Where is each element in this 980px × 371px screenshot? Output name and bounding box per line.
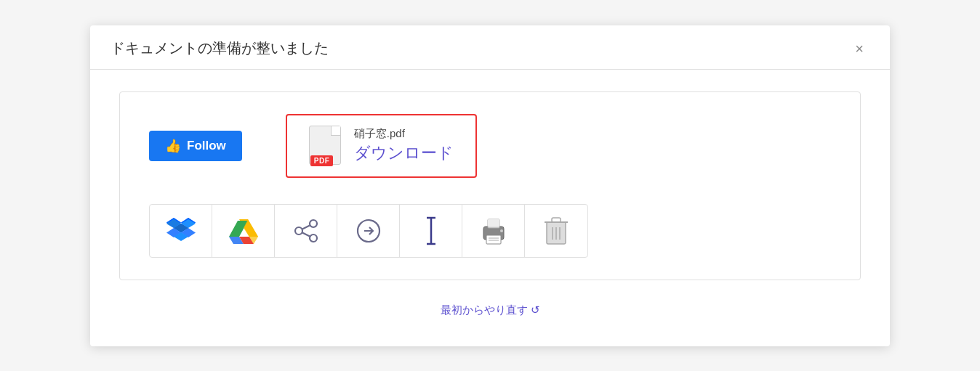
- svg-point-14: [310, 235, 317, 242]
- trash-icon: [542, 215, 570, 247]
- svg-point-12: [310, 220, 317, 227]
- dialog-title: ドキュメントの準備が整いました: [111, 38, 329, 58]
- reset-link[interactable]: 最初からやり直す ↺: [441, 303, 540, 317]
- dialog-header: ドキュメントの準備が整いました ×: [90, 25, 890, 70]
- open-link-button[interactable]: [337, 205, 400, 257]
- reset-arrow-icon: ↺: [531, 303, 540, 317]
- svg-point-13: [295, 227, 302, 235]
- printer-icon: [478, 216, 510, 245]
- svg-rect-23: [486, 235, 501, 244]
- close-button[interactable]: ×: [849, 38, 869, 59]
- print-button[interactable]: [462, 205, 525, 257]
- arrow-circle-icon: [356, 218, 382, 244]
- pdf-badge: PDF: [310, 155, 334, 166]
- dialog: ドキュメントの準備が整いました × 👍 Follow PDF 硝子窓.pdf ダ…: [90, 25, 890, 346]
- text-cursor-icon: [425, 215, 437, 247]
- download-text: 硝子窓.pdf ダウンロード: [354, 127, 454, 164]
- svg-line-15: [302, 225, 310, 229]
- share-icon: [293, 218, 319, 244]
- dropbox-button[interactable]: [150, 205, 212, 257]
- thumbs-up-icon: 👍: [165, 138, 181, 154]
- google-drive-icon: [229, 218, 258, 244]
- svg-line-16: [302, 232, 310, 236]
- delete-button[interactable]: [525, 205, 587, 257]
- share-button[interactable]: [275, 205, 337, 257]
- svg-point-26: [500, 229, 503, 232]
- pdf-file-icon: PDF: [309, 126, 344, 166]
- reset-row: 最初からやり直す ↺: [119, 303, 861, 317]
- dropbox-icon: [166, 218, 196, 244]
- actions-row: [149, 204, 588, 258]
- edit-button[interactable]: [400, 205, 462, 257]
- content-panel: 👍 Follow PDF 硝子窓.pdf ダウンロード: [119, 91, 861, 280]
- dialog-body: 👍 Follow PDF 硝子窓.pdf ダウンロード: [90, 70, 890, 346]
- svg-rect-25: [488, 219, 499, 227]
- follow-label: Follow: [187, 139, 226, 153]
- download-box[interactable]: PDF 硝子窓.pdf ダウンロード: [286, 114, 477, 178]
- reset-label: 最初からやり直す: [441, 303, 528, 317]
- top-row: 👍 Follow PDF 硝子窓.pdf ダウンロード: [149, 114, 831, 178]
- file-name: 硝子窓.pdf: [354, 127, 454, 141]
- gdrive-button[interactable]: [212, 205, 275, 257]
- follow-button[interactable]: 👍 Follow: [149, 131, 242, 161]
- download-label: ダウンロード: [354, 142, 454, 164]
